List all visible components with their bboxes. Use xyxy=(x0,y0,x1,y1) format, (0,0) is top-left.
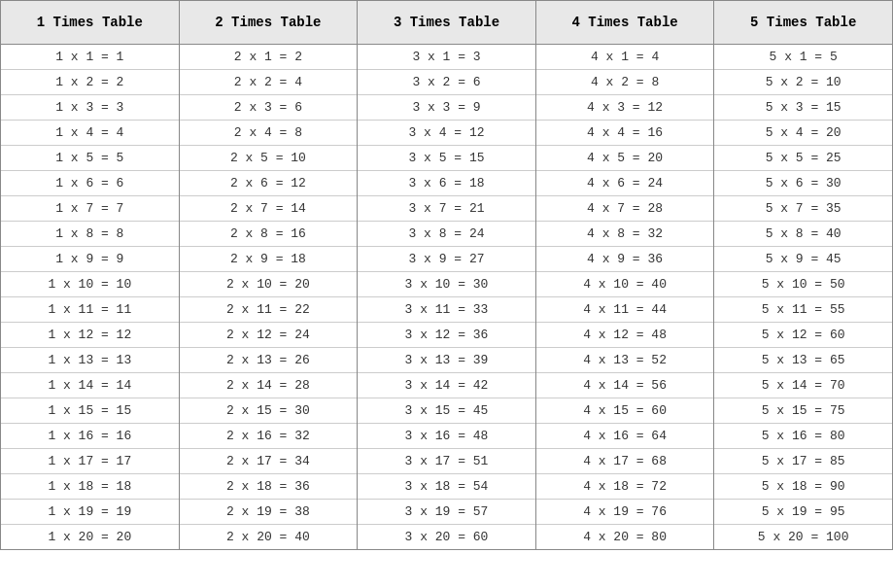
table-row: 4 x 5 = 20 xyxy=(536,146,714,171)
table-row: 1 x 5 = 5 xyxy=(1,146,179,171)
table-row: 1 x 15 = 15 xyxy=(1,398,179,424)
table-row: 3 x 13 = 39 xyxy=(358,348,535,373)
table-row: 2 x 12 = 24 xyxy=(180,323,358,348)
table-row: 5 x 12 = 60 xyxy=(714,323,892,348)
table-row: 2 x 9 = 18 xyxy=(180,247,358,272)
col-header-5: 5 Times Table xyxy=(714,1,892,45)
table-row: 4 x 6 = 24 xyxy=(536,171,714,196)
table-row: 5 x 13 = 65 xyxy=(714,348,892,373)
table-row: 2 x 14 = 28 xyxy=(180,373,358,398)
table-row: 4 x 1 = 4 xyxy=(536,45,714,70)
table-row: 3 x 20 = 60 xyxy=(358,525,535,549)
table-row: 4 x 13 = 52 xyxy=(536,348,714,373)
table-row: 4 x 12 = 48 xyxy=(536,323,714,348)
table-row: 2 x 7 = 14 xyxy=(180,196,358,222)
times-table-col-5: 5 Times Table5 x 1 = 55 x 2 = 105 x 3 = … xyxy=(714,1,892,549)
table-row: 5 x 10 = 50 xyxy=(714,272,892,297)
table-row: 5 x 6 = 30 xyxy=(714,171,892,196)
table-row: 1 x 16 = 16 xyxy=(1,424,179,449)
table-row: 2 x 2 = 4 xyxy=(180,70,358,95)
times-table-col-4: 4 Times Table4 x 1 = 44 x 2 = 84 x 3 = 1… xyxy=(536,1,715,549)
table-row: 1 x 19 = 19 xyxy=(1,500,179,525)
times-table-container: 1 Times Table1 x 1 = 11 x 2 = 21 x 3 = 3… xyxy=(0,0,893,550)
table-row: 3 x 11 = 33 xyxy=(358,297,535,323)
table-row: 1 x 12 = 12 xyxy=(1,323,179,348)
table-row: 4 x 8 = 32 xyxy=(536,222,714,247)
table-row: 5 x 3 = 15 xyxy=(714,95,892,121)
table-row: 5 x 19 = 95 xyxy=(714,500,892,525)
table-row: 1 x 6 = 6 xyxy=(1,171,179,196)
table-row: 4 x 14 = 56 xyxy=(536,373,714,398)
table-row: 4 x 9 = 36 xyxy=(536,247,714,272)
table-row: 2 x 3 = 6 xyxy=(180,95,358,121)
table-row: 1 x 4 = 4 xyxy=(1,121,179,146)
table-row: 4 x 4 = 16 xyxy=(536,121,714,146)
table-row: 1 x 17 = 17 xyxy=(1,449,179,474)
table-row: 3 x 4 = 12 xyxy=(358,121,535,146)
table-row: 4 x 19 = 76 xyxy=(536,500,714,525)
col-rows-2: 2 x 1 = 22 x 2 = 42 x 3 = 62 x 4 = 82 x … xyxy=(180,45,358,549)
col-rows-1: 1 x 1 = 11 x 2 = 21 x 3 = 31 x 4 = 41 x … xyxy=(1,45,179,549)
table-row: 4 x 3 = 12 xyxy=(536,95,714,121)
table-row: 3 x 2 = 6 xyxy=(358,70,535,95)
table-row: 5 x 14 = 70 xyxy=(714,373,892,398)
col-rows-4: 4 x 1 = 44 x 2 = 84 x 3 = 124 x 4 = 164 … xyxy=(536,45,714,549)
table-row: 4 x 16 = 64 xyxy=(536,424,714,449)
table-row: 2 x 17 = 34 xyxy=(180,449,358,474)
table-row: 4 x 7 = 28 xyxy=(536,196,714,222)
table-row: 2 x 1 = 2 xyxy=(180,45,358,70)
table-row: 5 x 17 = 85 xyxy=(714,449,892,474)
table-row: 5 x 20 = 100 xyxy=(714,525,892,549)
table-row: 1 x 13 = 13 xyxy=(1,348,179,373)
table-row: 1 x 20 = 20 xyxy=(1,525,179,549)
table-row: 5 x 18 = 90 xyxy=(714,474,892,500)
table-row: 4 x 17 = 68 xyxy=(536,449,714,474)
table-row: 5 x 11 = 55 xyxy=(714,297,892,323)
table-row: 5 x 15 = 75 xyxy=(714,398,892,424)
table-row: 1 x 11 = 11 xyxy=(1,297,179,323)
table-row: 3 x 17 = 51 xyxy=(358,449,535,474)
table-row: 1 x 10 = 10 xyxy=(1,272,179,297)
table-row: 3 x 15 = 45 xyxy=(358,398,535,424)
table-row: 1 x 9 = 9 xyxy=(1,247,179,272)
times-table-col-3: 3 Times Table3 x 1 = 33 x 2 = 63 x 3 = 9… xyxy=(358,1,536,549)
table-row: 4 x 10 = 40 xyxy=(536,272,714,297)
table-row: 3 x 16 = 48 xyxy=(358,424,535,449)
table-row: 3 x 9 = 27 xyxy=(358,247,535,272)
table-row: 5 x 2 = 10 xyxy=(714,70,892,95)
table-row: 3 x 14 = 42 xyxy=(358,373,535,398)
table-row: 4 x 18 = 72 xyxy=(536,474,714,500)
table-row: 1 x 7 = 7 xyxy=(1,196,179,222)
col-rows-3: 3 x 1 = 33 x 2 = 63 x 3 = 93 x 4 = 123 x… xyxy=(358,45,535,549)
table-row: 3 x 18 = 54 xyxy=(358,474,535,500)
table-row: 1 x 3 = 3 xyxy=(1,95,179,121)
col-header-2: 2 Times Table xyxy=(180,1,358,45)
table-row: 3 x 6 = 18 xyxy=(358,171,535,196)
table-row: 3 x 1 = 3 xyxy=(358,45,535,70)
table-row: 2 x 10 = 20 xyxy=(180,272,358,297)
table-row: 3 x 5 = 15 xyxy=(358,146,535,171)
table-row: 2 x 5 = 10 xyxy=(180,146,358,171)
times-table-col-2: 2 Times Table2 x 1 = 22 x 2 = 42 x 3 = 6… xyxy=(180,1,359,549)
table-row: 4 x 20 = 80 xyxy=(536,525,714,549)
col-header-3: 3 Times Table xyxy=(358,1,535,45)
times-table-col-1: 1 Times Table1 x 1 = 11 x 2 = 21 x 3 = 3… xyxy=(1,1,180,549)
table-row: 1 x 8 = 8 xyxy=(1,222,179,247)
table-row: 4 x 11 = 44 xyxy=(536,297,714,323)
table-row: 2 x 13 = 26 xyxy=(180,348,358,373)
table-row: 2 x 11 = 22 xyxy=(180,297,358,323)
table-row: 5 x 1 = 5 xyxy=(714,45,892,70)
table-row: 3 x 3 = 9 xyxy=(358,95,535,121)
table-row: 2 x 6 = 12 xyxy=(180,171,358,196)
table-row: 3 x 19 = 57 xyxy=(358,500,535,525)
table-row: 1 x 18 = 18 xyxy=(1,474,179,500)
table-row: 2 x 20 = 40 xyxy=(180,525,358,549)
table-row: 5 x 9 = 45 xyxy=(714,247,892,272)
table-row: 4 x 2 = 8 xyxy=(536,70,714,95)
table-row: 1 x 2 = 2 xyxy=(1,70,179,95)
table-row: 1 x 14 = 14 xyxy=(1,373,179,398)
table-row: 5 x 5 = 25 xyxy=(714,146,892,171)
table-row: 4 x 15 = 60 xyxy=(536,398,714,424)
table-row: 3 x 12 = 36 xyxy=(358,323,535,348)
table-row: 2 x 19 = 38 xyxy=(180,500,358,525)
